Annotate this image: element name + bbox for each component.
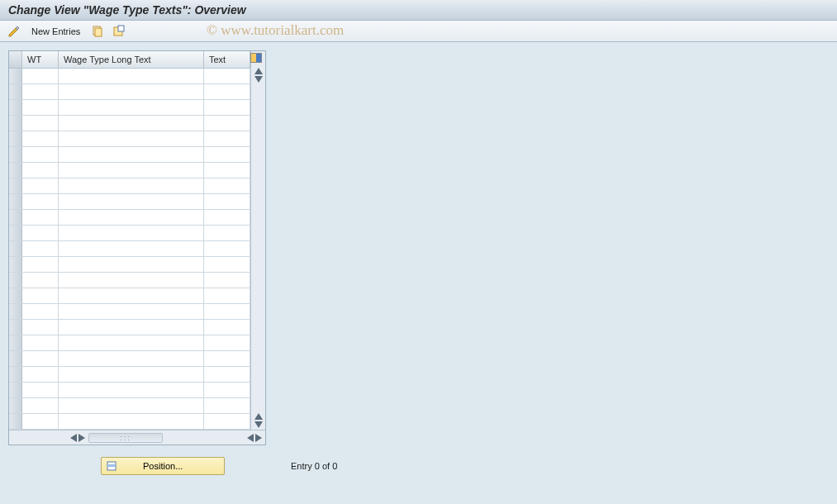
cell-long-text[interactable] xyxy=(59,100,204,115)
cell-wt[interactable] xyxy=(22,351,59,366)
cell-long-text[interactable] xyxy=(59,226,204,240)
cell-long-text[interactable] xyxy=(59,273,204,288)
cell-text[interactable] xyxy=(204,226,250,240)
row-selector[interactable] xyxy=(9,304,22,319)
row-selector[interactable] xyxy=(9,273,22,288)
scroll-up-icon[interactable] xyxy=(254,68,263,74)
cell-wt[interactable] xyxy=(22,194,59,209)
column-header-long-text[interactable]: Wage Type Long Text xyxy=(59,51,204,68)
cell-long-text[interactable] xyxy=(59,84,204,99)
cell-long-text[interactable] xyxy=(59,131,204,146)
cell-long-text[interactable] xyxy=(59,383,204,397)
row-selector[interactable] xyxy=(9,69,22,83)
table-row[interactable] xyxy=(9,226,250,241)
scroll-left-icon[interactable] xyxy=(247,434,254,442)
cell-long-text[interactable] xyxy=(59,241,204,256)
row-selector[interactable] xyxy=(9,210,22,225)
cell-long-text[interactable] xyxy=(59,304,204,319)
cell-wt[interactable] xyxy=(22,304,59,319)
scroll-right-icon[interactable] xyxy=(78,434,85,442)
cell-text[interactable] xyxy=(204,335,250,350)
cell-wt[interactable] xyxy=(22,335,59,350)
cell-wt[interactable] xyxy=(22,273,59,288)
cell-wt[interactable] xyxy=(22,210,59,225)
cell-text[interactable] xyxy=(204,147,250,162)
row-selector[interactable] xyxy=(9,100,22,115)
row-selector[interactable] xyxy=(9,226,22,240)
table-row[interactable] xyxy=(9,147,250,163)
cell-long-text[interactable] xyxy=(59,320,204,335)
cell-text[interactable] xyxy=(204,320,250,335)
scroll-right-icon[interactable] xyxy=(255,434,262,442)
column-header-text[interactable]: Text xyxy=(204,51,250,68)
table-row[interactable] xyxy=(9,194,250,210)
row-selector[interactable] xyxy=(9,241,22,256)
cell-text[interactable] xyxy=(204,69,250,83)
cell-long-text[interactable] xyxy=(59,194,204,209)
scroll-down-icon[interactable] xyxy=(254,76,263,83)
cell-long-text[interactable] xyxy=(59,367,204,382)
cell-long-text[interactable] xyxy=(59,147,204,162)
row-selector[interactable] xyxy=(9,351,22,366)
cell-text[interactable] xyxy=(204,131,250,146)
cell-long-text[interactable] xyxy=(59,398,204,413)
table-row[interactable] xyxy=(9,320,250,335)
table-row[interactable] xyxy=(9,398,250,414)
cell-wt[interactable] xyxy=(22,163,59,178)
delimit-icon[interactable] xyxy=(112,24,126,39)
cell-text[interactable] xyxy=(204,398,250,413)
table-row[interactable] xyxy=(9,351,250,367)
cell-text[interactable] xyxy=(204,194,250,209)
cell-long-text[interactable] xyxy=(59,116,204,131)
cell-wt[interactable] xyxy=(22,116,59,131)
cell-wt[interactable] xyxy=(22,131,59,146)
cell-text[interactable] xyxy=(204,163,250,178)
cell-long-text[interactable] xyxy=(59,414,204,429)
cell-wt[interactable] xyxy=(22,367,59,382)
row-selector[interactable] xyxy=(9,257,22,272)
scroll-up-icon[interactable] xyxy=(254,413,263,420)
table-row[interactable] xyxy=(9,84,250,100)
row-selector[interactable] xyxy=(9,320,22,335)
cell-text[interactable] xyxy=(204,367,250,382)
cell-text[interactable] xyxy=(204,84,250,99)
cell-long-text[interactable] xyxy=(59,69,204,83)
row-selector[interactable] xyxy=(9,84,22,99)
row-selector[interactable] xyxy=(9,147,22,162)
cell-text[interactable] xyxy=(204,383,250,397)
cell-wt[interactable] xyxy=(22,383,59,397)
cell-long-text[interactable] xyxy=(59,163,204,178)
cell-wt[interactable] xyxy=(22,288,59,303)
table-row[interactable] xyxy=(9,163,250,178)
scroll-thumb[interactable]: ::: xyxy=(88,433,163,443)
row-selector[interactable] xyxy=(9,398,22,413)
cell-long-text[interactable] xyxy=(59,178,204,193)
table-row[interactable] xyxy=(9,100,250,116)
cell-text[interactable] xyxy=(204,304,250,319)
cell-long-text[interactable] xyxy=(59,335,204,350)
cell-long-text[interactable] xyxy=(59,351,204,366)
cell-wt[interactable] xyxy=(22,178,59,193)
row-selector[interactable] xyxy=(9,178,22,193)
cell-wt[interactable] xyxy=(22,147,59,162)
table-row[interactable] xyxy=(9,210,250,226)
cell-text[interactable] xyxy=(204,241,250,256)
cell-text[interactable] xyxy=(204,273,250,288)
table-row[interactable] xyxy=(9,241,250,257)
new-entries-button[interactable]: New Entries xyxy=(28,25,83,38)
cell-long-text[interactable] xyxy=(59,257,204,272)
table-row[interactable] xyxy=(9,257,250,273)
cell-text[interactable] xyxy=(204,116,250,131)
row-selector[interactable] xyxy=(9,335,22,350)
cell-text[interactable] xyxy=(204,210,250,225)
cell-wt[interactable] xyxy=(22,398,59,413)
cell-wt[interactable] xyxy=(22,257,59,272)
row-selector[interactable] xyxy=(9,383,22,397)
table-row[interactable] xyxy=(9,335,250,351)
cell-wt[interactable] xyxy=(22,84,59,99)
copy-icon[interactable] xyxy=(90,24,105,39)
row-selector[interactable] xyxy=(9,288,22,303)
cell-text[interactable] xyxy=(204,414,250,429)
cell-wt[interactable] xyxy=(22,414,59,429)
edit-icon[interactable] xyxy=(7,24,21,39)
